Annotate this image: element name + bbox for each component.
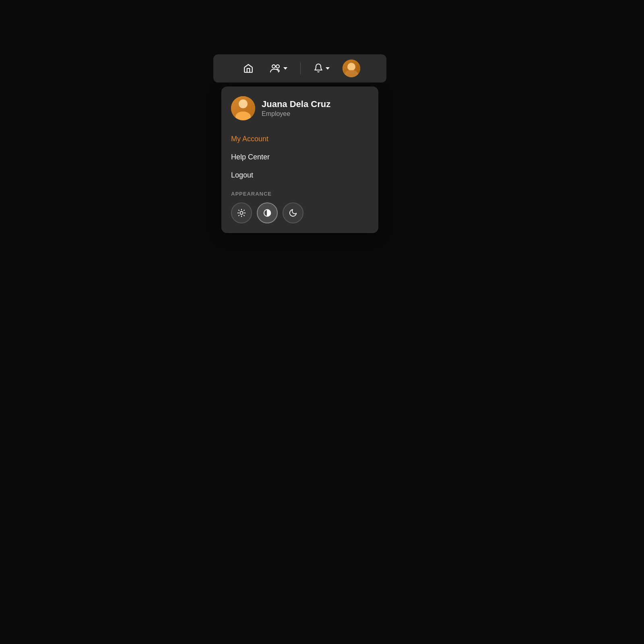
contrast-theme-button[interactable]	[257, 202, 278, 223]
svg-line-6	[244, 215, 244, 216]
svg-line-10	[244, 210, 244, 211]
home-button[interactable]	[240, 60, 257, 77]
appearance-section: APPEARANCE	[231, 191, 369, 223]
user-dropdown-panel: Juana Dela Cruz Employee My Account Help…	[221, 87, 378, 233]
svg-line-9	[239, 215, 239, 216]
user-avatar-large	[231, 96, 255, 120]
people-icon	[270, 63, 281, 74]
appearance-label: APPEARANCE	[231, 191, 369, 197]
home-icon	[243, 63, 254, 74]
navbar	[213, 54, 386, 83]
light-theme-button[interactable]	[231, 202, 252, 223]
people-chevron-icon	[283, 67, 287, 70]
sun-icon	[237, 208, 246, 217]
user-info-section: Juana Dela Cruz Employee	[231, 96, 369, 120]
notifications-button[interactable]	[310, 60, 333, 77]
user-role: Employee	[262, 110, 330, 118]
logout-button[interactable]: Logout	[231, 166, 369, 184]
bell-icon	[314, 63, 323, 74]
svg-line-5	[239, 210, 239, 211]
appearance-buttons	[231, 202, 369, 223]
svg-point-1	[276, 65, 279, 68]
user-name: Juana Dela Cruz	[262, 99, 330, 109]
people-button[interactable]	[266, 60, 291, 77]
nav-divider	[300, 62, 301, 74]
my-account-button[interactable]: My Account	[231, 130, 369, 148]
dark-theme-button[interactable]	[283, 202, 303, 223]
help-center-button[interactable]: Help Center	[231, 148, 369, 166]
contrast-icon	[263, 208, 272, 217]
user-text: Juana Dela Cruz Employee	[262, 99, 330, 118]
svg-point-2	[240, 211, 243, 214]
moon-icon	[289, 208, 297, 217]
user-avatar-nav[interactable]	[343, 60, 360, 77]
svg-point-0	[272, 65, 275, 68]
bell-chevron-icon	[326, 67, 330, 70]
